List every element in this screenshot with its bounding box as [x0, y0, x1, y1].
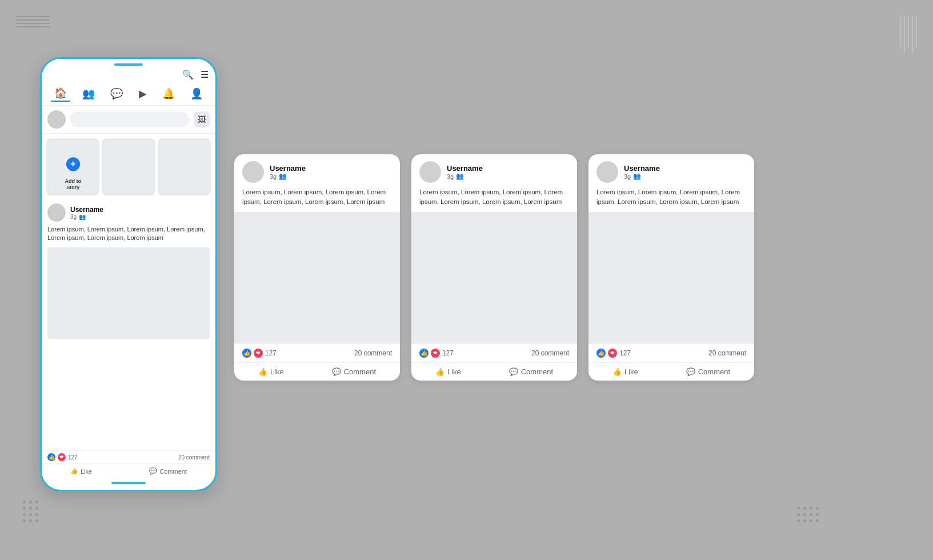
menu-icon[interactable]: ☰	[201, 69, 209, 80]
add-story-card[interactable]: + Add toStory	[46, 138, 99, 195]
story-card-3[interactable]	[158, 138, 211, 195]
phone-comment-label: Comment	[159, 468, 187, 475]
card-1-comment-label: Comment	[344, 367, 376, 376]
bg-decoration-dots-left	[23, 501, 38, 526]
photo-icon: 🖼	[198, 115, 206, 124]
stories-row: + Add toStory	[42, 134, 215, 198]
bg-decoration-dots-right	[797, 507, 819, 526]
card-3-time: 3g 👥	[624, 173, 660, 180]
card-3-like-label: Like	[624, 367, 638, 376]
phone-reactions-left: 👍 ❤ 127	[47, 453, 78, 461]
card-2-action-bar: 👍 Like 💬 Comment	[411, 362, 577, 381]
card-1-time: 3g 👥	[270, 173, 306, 180]
card-3-header: Username 3g 👥	[588, 154, 754, 187]
add-story-label: Add toStory	[65, 178, 81, 191]
card-2-meta: Username 3g 👥	[447, 164, 483, 180]
post-card-3: Username 3g 👥 Lorem ipsum, Lorem ipsum, …	[588, 154, 754, 381]
phone-topbar: 🔍 ☰	[42, 68, 215, 82]
composer-photo-button[interactable]: 🖼	[194, 111, 210, 127]
card-3-love-icon: ❤	[608, 349, 617, 358]
bg-decoration-lines-left	[16, 16, 50, 30]
phone-bottom-bar	[111, 482, 146, 484]
card-3-meta: Username 3g 👥	[624, 164, 660, 180]
post-avatar	[47, 203, 66, 222]
card-3-like-button[interactable]: 👍 Like	[612, 367, 638, 376]
nav-video[interactable]: ▶	[135, 86, 150, 101]
phone-comment-icon: 💬	[149, 467, 157, 475]
card-2-comment-label: Comment	[521, 367, 553, 376]
love-reaction-icon: ❤	[58, 453, 66, 461]
card-2-reactions-bar: 👍 ❤ 127 20 comment	[411, 343, 577, 362]
post-composer: 🖼	[42, 106, 215, 134]
card-3-body: Lorem ipsum, Lorem ipsum, Lorem ipsum, L…	[588, 187, 754, 212]
card-2-like-label: Like	[447, 367, 461, 376]
post-header: Username 3g 👥	[47, 203, 210, 222]
phone-notch	[42, 59, 215, 68]
post-body: Lorem ipsum, Lorem ipsum, Lorem ipsum, L…	[47, 225, 210, 243]
privacy-icon: 👥	[79, 214, 86, 220]
card-1-header: Username 3g 👥	[234, 154, 400, 187]
card-3-username: Username	[624, 164, 660, 173]
card-2-body: Lorem ipsum, Lorem ipsum, Lorem ipsum, L…	[411, 187, 577, 212]
like-reaction-icon: 👍	[47, 453, 55, 461]
card-1-username: Username	[270, 164, 306, 173]
phone-like-button[interactable]: 👍 Like	[70, 467, 92, 475]
card-2-reactions-count: 127	[442, 349, 454, 357]
card-3-action-bar: 👍 Like 💬 Comment	[588, 362, 754, 381]
card-2-comment-btn-icon: 💬	[509, 367, 518, 376]
phone-notch-bar	[114, 63, 143, 66]
card-3-comment-label: Comment	[698, 367, 730, 376]
card-2-like-icon: 👍	[419, 349, 429, 358]
card-1-action-bar: 👍 Like 💬 Comment	[234, 362, 400, 381]
phone-reactions-count: 127	[68, 454, 78, 461]
nav-home[interactable]: 🏠	[51, 86, 70, 102]
card-2-comment-button[interactable]: 💬 Comment	[509, 367, 553, 376]
add-story-icon: +	[66, 157, 80, 171]
story-card-2[interactable]	[102, 138, 155, 195]
nav-messenger[interactable]: 💬	[107, 86, 126, 101]
search-icon[interactable]: 🔍	[182, 69, 194, 80]
card-2-comments-count: 20 comment	[531, 349, 569, 357]
phone-comment-button[interactable]: 💬 Comment	[149, 467, 187, 475]
phone-action-bar: 👍 Like 💬 Comment	[42, 463, 215, 478]
card-1-love-icon: ❤	[254, 349, 263, 358]
card-3-reactions-bar: 👍 ❤ 127 20 comment	[588, 343, 754, 362]
nav-profile[interactable]: 👤	[187, 86, 206, 101]
card-1-like-btn-icon: 👍	[258, 367, 267, 376]
card-2-reactions-left: 👍 ❤ 127	[419, 349, 454, 358]
card-1-comment-button[interactable]: 💬 Comment	[332, 367, 376, 376]
composer-input[interactable]	[70, 111, 189, 127]
post-card-1: Username 3g 👥 Lorem ipsum, Lorem ipsum, …	[234, 154, 400, 381]
card-3-comment-button[interactable]: 💬 Comment	[686, 367, 730, 376]
card-2-username: Username	[447, 164, 483, 173]
card-2-like-button[interactable]: 👍 Like	[435, 367, 461, 376]
card-1-like-icon: 👍	[242, 349, 251, 358]
card-1-comments-count: 20 comment	[354, 349, 392, 357]
card-2-love-icon: ❤	[431, 349, 440, 358]
nav-bell[interactable]: 🔔	[159, 86, 178, 101]
card-3-like-btn-icon: 👍	[612, 367, 622, 376]
card-3-image	[588, 212, 754, 343]
card-1-like-label: Like	[270, 367, 284, 376]
card-2-time: 3g 👥	[447, 173, 483, 180]
card-1-reactions-bar: 👍 ❤ 127 20 comment	[234, 343, 400, 362]
card-2-privacy-icon: 👥	[456, 173, 464, 180]
card-1-comment-btn-icon: 💬	[332, 367, 341, 376]
card-2-header: Username 3g 👥	[411, 154, 577, 187]
card-3-comment-btn-icon: 💬	[686, 367, 695, 376]
composer-avatar	[47, 110, 66, 129]
nav-friends[interactable]: 👥	[79, 86, 98, 101]
card-3-avatar	[596, 161, 618, 183]
phone-mockup: 🔍 ☰ 🏠 👥 💬 ▶ 🔔 👤 🖼 + Add toStory Username	[40, 57, 217, 491]
card-1-meta: Username 3g 👥	[270, 164, 306, 180]
card-3-like-icon: 👍	[596, 349, 606, 358]
card-2-image	[411, 212, 577, 343]
card-3-comments-count: 20 comment	[708, 349, 746, 357]
card-1-privacy-icon: 👥	[279, 173, 287, 180]
post-card-2: Username 3g 👥 Lorem ipsum, Lorem ipsum, …	[411, 154, 577, 381]
card-1-avatar	[242, 161, 264, 183]
card-1-like-button[interactable]: 👍 Like	[258, 367, 284, 376]
post-time: 3g 👥	[70, 214, 103, 220]
card-3-reactions-count: 127	[619, 349, 631, 357]
bg-decoration-lines-right	[900, 16, 917, 53]
